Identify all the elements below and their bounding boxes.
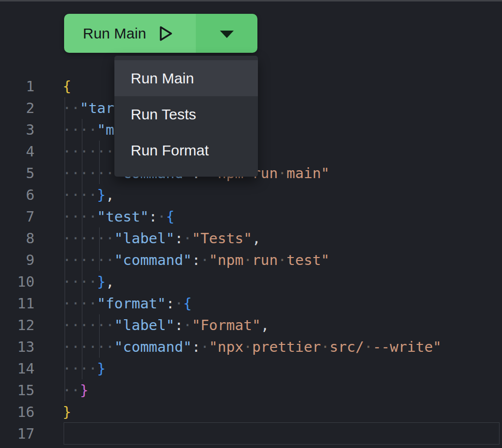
- line-number: 9: [0, 249, 35, 271]
- code-line: 13······"command":·"npx·prettier·src/·--…: [0, 336, 502, 358]
- line-number: 15: [0, 379, 35, 401]
- menu-item-run-main[interactable]: Run Main: [114, 60, 258, 96]
- code-token: "format": [97, 295, 166, 312]
- code-token: :: [175, 230, 183, 247]
- line-number: 2: [0, 97, 35, 119]
- indent-guide: [99, 227, 100, 271]
- code-token: main": [287, 165, 329, 182]
- code-token: ····: [63, 360, 97, 377]
- code-token: ·: [157, 208, 166, 225]
- line-number: 4: [0, 141, 35, 162]
- line-number: 5: [0, 162, 35, 184]
- code-token: ····: [63, 187, 97, 203]
- code-token: ·: [244, 338, 252, 355]
- code-token: :: [192, 252, 200, 268]
- code-token: ,: [252, 230, 260, 247]
- code-line: 11····"format":·{: [0, 293, 502, 314]
- code-token: ,: [261, 317, 269, 334]
- indent-guide: [99, 141, 100, 184]
- code-line-content[interactable]: ······"command":·"npx·prettier·src/·--wr…: [63, 336, 441, 358]
- code-line-content[interactable]: ····},: [63, 271, 114, 293]
- indent-guide: [99, 314, 100, 358]
- indent-guide: [65, 97, 65, 401]
- line-number: 8: [0, 227, 35, 249]
- code-token: ,: [106, 187, 114, 203]
- code-token: ····: [63, 273, 97, 290]
- code-line: 8······"label":·"Tests",: [0, 227, 502, 249]
- code-line-content[interactable]: }: [63, 401, 71, 423]
- code-line-content[interactable]: ······"command":·"npm·run·test": [63, 249, 329, 271]
- code-token: }: [97, 360, 106, 377]
- code-line-content[interactable]: ····},: [63, 184, 114, 206]
- line-number: 11: [0, 293, 35, 314]
- code-token: ·: [183, 230, 191, 247]
- code-token: run: [252, 252, 278, 268]
- code-token: ·: [321, 338, 329, 355]
- menu-item-run-tests[interactable]: Run Tests: [114, 96, 258, 132]
- line-number: 13: [0, 336, 35, 358]
- run-dropdown-toggle[interactable]: [196, 14, 257, 53]
- code-token: src/: [329, 338, 364, 355]
- code-token: :: [175, 317, 183, 334]
- play-icon: [158, 25, 174, 42]
- line-number: 7: [0, 206, 35, 227]
- code-token: ·: [244, 252, 252, 268]
- code-token: }: [80, 382, 88, 399]
- line-number: 17: [0, 423, 35, 445]
- code-token: ······: [63, 165, 114, 182]
- code-line: 16}: [0, 401, 502, 423]
- code-token: prettier: [252, 338, 321, 355]
- line-number: 3: [0, 119, 35, 141]
- code-line-content[interactable]: ······"label":·"Tests",: [63, 227, 261, 249]
- code-line: 15··}: [0, 379, 502, 401]
- line-number: 14: [0, 358, 35, 379]
- code-line-content[interactable]: ······"label":·"Format",: [63, 314, 269, 336]
- run-main-button[interactable]: Run Main: [64, 14, 196, 53]
- code-token: "command": [114, 252, 192, 268]
- code-token: ·: [175, 295, 183, 312]
- current-line-highlight: [64, 422, 500, 445]
- caret-down-icon: [220, 31, 234, 38]
- code-token: :: [166, 295, 175, 312]
- code-token: "npx: [209, 338, 244, 355]
- code-line-content[interactable]: {: [63, 75, 71, 97]
- code-line: 6····},: [0, 184, 502, 206]
- code-line-content[interactable]: ····}: [63, 358, 106, 379]
- line-number: 1: [0, 75, 35, 97]
- line-number: 10: [0, 271, 35, 293]
- code-token: ·: [278, 252, 287, 268]
- code-token: {: [183, 295, 191, 312]
- code-token: }: [97, 273, 106, 290]
- code-token: "test": [97, 208, 149, 225]
- window-top-border: [0, 0, 502, 1]
- code-token: ·: [183, 317, 191, 334]
- code-line: 7····"test":·{: [0, 206, 502, 227]
- run-button-label: Run Main: [83, 25, 146, 42]
- code-token: test": [287, 252, 329, 268]
- code-line-content[interactable]: ··}: [63, 379, 88, 401]
- code-token: ,: [106, 273, 114, 290]
- code-token: "command": [114, 338, 192, 355]
- code-line: 9······"command":·"npm·run·test": [0, 249, 502, 271]
- code-token: "label": [114, 317, 175, 334]
- code-token: ·: [200, 252, 209, 268]
- code-line-content[interactable]: ····"test":·{: [63, 206, 175, 227]
- code-token: ····: [63, 121, 97, 138]
- code-token: "Tests": [192, 230, 252, 247]
- code-token: {: [166, 208, 175, 225]
- code-token: --write": [373, 338, 442, 355]
- code-line: 12······"label":·"Format",: [0, 314, 502, 336]
- code-token: "label": [114, 230, 175, 247]
- code-token: {: [63, 78, 71, 95]
- code-token: ····: [63, 208, 97, 225]
- line-number: 16: [0, 401, 35, 423]
- editor-window: 1{2··"targets":·{3····"main":·{4······"l…: [0, 0, 502, 448]
- menu-item-run-format[interactable]: Run Format: [114, 132, 258, 168]
- line-number: 6: [0, 184, 35, 206]
- code-token: "Format": [192, 317, 261, 334]
- code-token: ······: [63, 338, 114, 355]
- code-token: :: [192, 338, 200, 355]
- code-token: ··: [63, 100, 80, 116]
- line-number: 12: [0, 314, 35, 336]
- code-token: ······: [63, 143, 114, 160]
